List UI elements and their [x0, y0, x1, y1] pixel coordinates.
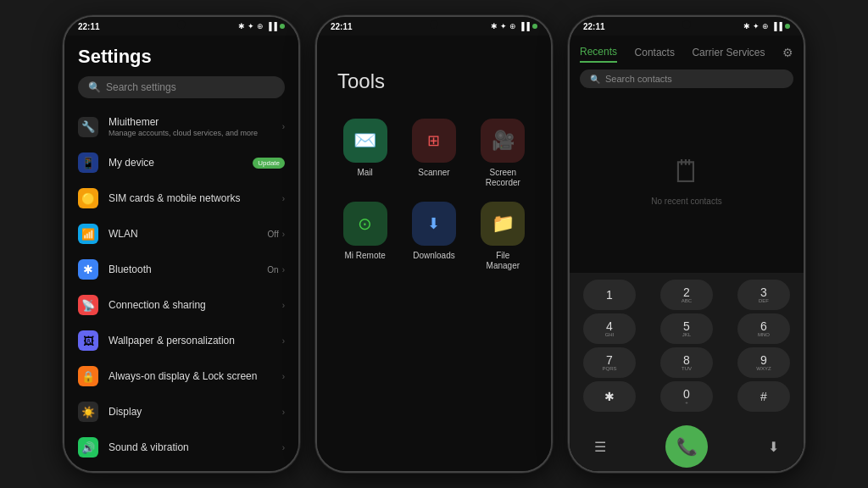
- status-icons-1: ✱ ✦ ⊕ ▐▐: [238, 22, 285, 30]
- downloads-icon: ⬇: [412, 202, 456, 246]
- tool-mail[interactable]: ✉️ Mail: [337, 119, 392, 188]
- scanner-icon: ⊞: [412, 119, 456, 163]
- nfc-icon3: ✦: [753, 22, 760, 30]
- display-title: Display: [108, 406, 272, 418]
- bluetooth-settings-icon: ✱: [78, 259, 98, 280]
- status-icons-3: ✱ ✦ ⊕ ▐▐: [743, 22, 790, 30]
- signal-icon: ▐▐: [266, 22, 277, 30]
- tool-downloads[interactable]: ⬇ Downloads: [406, 202, 461, 271]
- tab-carrier-services[interactable]: Carrier Services: [692, 43, 765, 62]
- dialpad-key-8[interactable]: 8 TUV: [660, 347, 713, 378]
- tab-recents[interactable]: Recents: [580, 42, 617, 63]
- tool-mi-remote[interactable]: ⊙ Mi Remote: [337, 202, 392, 271]
- settings-gear-icon[interactable]: ⚙: [782, 46, 793, 59]
- dialpad-key-5[interactable]: 5 JKL: [660, 313, 713, 344]
- no-contacts-area: 🗒 No recent contacts: [570, 95, 804, 273]
- settings-item-miuithemer[interactable]: 🔧 Miuithemer Manage accounts, cloud serv…: [64, 108, 298, 145]
- settings-item-display[interactable]: ☀️ Display ›: [64, 394, 298, 430]
- camera-cutout-3: [682, 20, 691, 29]
- dialpad-key-4[interactable]: 4 GHI: [583, 313, 636, 344]
- sound-content: Sound & vibration: [108, 441, 272, 453]
- settings-item-bluetooth[interactable]: ✱ Bluetooth On ›: [64, 252, 298, 287]
- tool-screen-recorder[interactable]: 🎥 ScreenRecorder: [476, 119, 531, 188]
- dialpad-row-4: ✱ 0 + #: [583, 381, 790, 412]
- settings-item-sound[interactable]: 🔊 Sound & vibration ›: [64, 430, 298, 465]
- nfc-icon2: ✦: [500, 22, 507, 30]
- mail-icon: ✉️: [343, 119, 387, 163]
- dialer-screen: Recents Contacts Carrier Services ⚙ 🔍 Se…: [570, 36, 804, 471]
- lockscreen-content: Always-on display & Lock screen: [108, 370, 272, 382]
- settings-screen: Settings 🔍 Search settings 🔧 Miuithemer …: [64, 36, 298, 471]
- dialpad-key-3[interactable]: 3 DEF: [737, 280, 790, 310]
- settings-item-mydevice[interactable]: 📱 My device Update: [64, 145, 298, 180]
- tools-grid: ✉️ Mail ⊞ Scanner 🎥 ScreenRecorder ⊙ Mi …: [334, 119, 534, 271]
- sound-icon: 🔊: [78, 437, 98, 458]
- status-dot: [280, 24, 285, 29]
- dialpad-call-btn[interactable]: 📞: [665, 425, 708, 468]
- sim-icon: 🟡: [78, 188, 98, 208]
- dialer-tabs: Recents Contacts Carrier Services ⚙: [570, 36, 804, 63]
- bt-icon3: ✱: [743, 22, 750, 30]
- miuithemer-title: Miuithemer: [108, 116, 272, 128]
- tool-scanner[interactable]: ⊞ Scanner: [406, 119, 461, 188]
- file-manager-icon: 📁: [481, 202, 525, 246]
- settings-item-connection[interactable]: 📡 Connection & sharing ›: [64, 287, 298, 323]
- status-dot-2: [532, 24, 537, 29]
- status-time-2: 22:11: [331, 22, 353, 31]
- tools-screen: Tools ✉️ Mail ⊞ Scanner 🎥 ScreenRecorder…: [317, 36, 551, 471]
- settings-item-wlan[interactable]: 📶 WLAN Off ›: [64, 216, 298, 252]
- dialpad-menu-btn[interactable]: ☰: [583, 430, 617, 463]
- phone-settings: 22:11 ✱ ✦ ⊕ ▐▐ Settings 🔍 Search setting…: [63, 15, 300, 473]
- dialpad-row-3: 7 PQRS 8 TUV 9 WXYZ: [583, 347, 790, 378]
- display-icon: ☀️: [78, 402, 98, 422]
- lockscreen-title: Always-on display & Lock screen: [108, 370, 272, 382]
- dialpad-key-6[interactable]: 6 MNO: [737, 313, 790, 344]
- settings-item-notifications[interactable]: 🔔 Notifications & Control center ›: [64, 465, 298, 471]
- sim-content: SIM cards & mobile networks: [108, 192, 272, 204]
- settings-item-sim[interactable]: 🟡 SIM cards & mobile networks ›: [64, 180, 298, 216]
- dialpad-download-btn[interactable]: ⬇: [756, 430, 790, 463]
- tool-file-manager[interactable]: 📁 FileManager: [476, 202, 531, 271]
- search-icon: 🔍: [88, 81, 101, 93]
- camera-cutout-2: [430, 20, 438, 29]
- settings-item-wallpaper[interactable]: 🖼 Wallpaper & personalization ›: [64, 323, 298, 358]
- miuithemer-right: ›: [282, 122, 285, 131]
- dialpad-key-9[interactable]: 9 WXYZ: [737, 347, 790, 378]
- dialpad-key-star[interactable]: ✱: [583, 381, 636, 412]
- screen-recorder-icon: 🎥: [481, 119, 525, 163]
- mail-label: Mail: [357, 168, 372, 178]
- signal-icon3: ▐▐: [771, 22, 782, 30]
- file-manager-label: FileManager: [487, 251, 520, 271]
- mydevice-right: Update: [253, 158, 285, 169]
- update-badge: Update: [253, 158, 285, 169]
- settings-search-bar[interactable]: 🔍 Search settings: [78, 76, 285, 98]
- dialpad-key-7[interactable]: 7 PQRS: [583, 347, 636, 378]
- dialpad-key-2[interactable]: 2 ABC: [660, 280, 713, 310]
- status-icons-2: ✱ ✦ ⊕ ▐▐: [491, 22, 537, 30]
- wallpaper-icon: 🖼: [78, 330, 98, 351]
- dialer-search-bar[interactable]: 🔍 Search contacts: [580, 69, 793, 88]
- status-time-3: 22:11: [583, 22, 605, 31]
- display-content: Display: [108, 406, 272, 418]
- settings-item-lockscreen[interactable]: 🔒 Always-on display & Lock screen ›: [64, 358, 298, 394]
- connection-right: ›: [282, 301, 285, 310]
- camera-cutout: [177, 20, 186, 29]
- dialpad-key-hash[interactable]: #: [737, 381, 790, 412]
- status-dot-3: [785, 24, 790, 29]
- settings-search-placeholder: Search settings: [106, 81, 176, 93]
- dialpad: 1 2 ABC 3 DEF 4 GHI 5: [570, 273, 804, 420]
- sound-right: ›: [282, 443, 285, 452]
- mydevice-icon: 📱: [78, 152, 98, 173]
- bt-icon2: ✱: [491, 22, 498, 30]
- wallpaper-right: ›: [282, 336, 285, 346]
- downloads-label: Downloads: [413, 251, 454, 261]
- dialpad-key-0[interactable]: 0 +: [660, 381, 713, 412]
- wallpaper-title: Wallpaper & personalization: [108, 335, 272, 347]
- connection-icon: 📡: [78, 295, 98, 315]
- wallpaper-content: Wallpaper & personalization: [108, 335, 272, 347]
- phone-dialer: 22:11 ✱ ✦ ⊕ ▐▐ Recents Contacts Carrier …: [568, 15, 805, 473]
- miuithemer-subtitle: Manage accounts, cloud services, and mor…: [108, 129, 272, 137]
- tab-contacts[interactable]: Contacts: [635, 43, 675, 62]
- bluetooth-content: Bluetooth: [108, 263, 257, 275]
- dialpad-key-1[interactable]: 1: [583, 280, 636, 310]
